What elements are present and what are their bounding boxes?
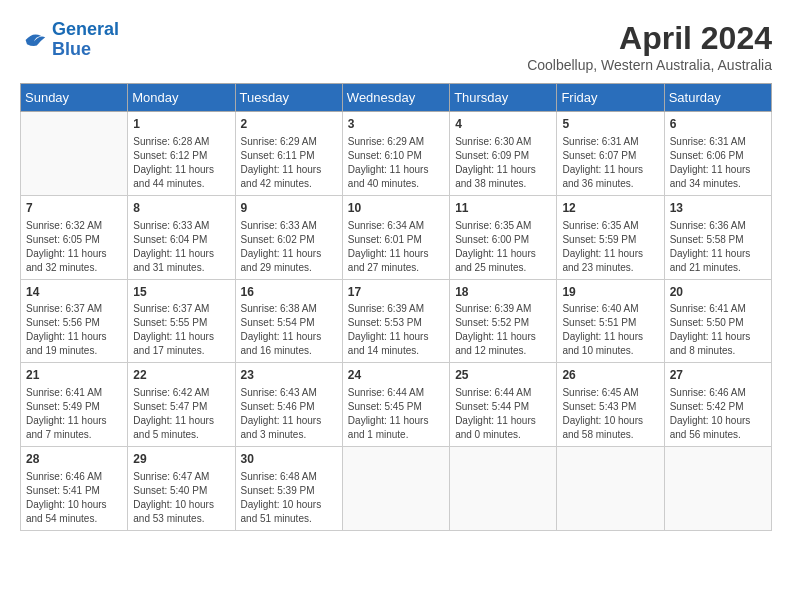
day-info: Sunrise: 6:30 AM Sunset: 6:09 PM Dayligh…: [455, 135, 551, 191]
calendar-cell: 22Sunrise: 6:42 AM Sunset: 5:47 PM Dayli…: [128, 363, 235, 447]
weekday-header: Friday: [557, 84, 664, 112]
calendar-week-row: 14Sunrise: 6:37 AM Sunset: 5:56 PM Dayli…: [21, 279, 772, 363]
weekday-header: Monday: [128, 84, 235, 112]
day-number: 16: [241, 284, 337, 301]
day-number: 1: [133, 116, 229, 133]
day-info: Sunrise: 6:39 AM Sunset: 5:53 PM Dayligh…: [348, 302, 444, 358]
day-number: 6: [670, 116, 766, 133]
page-subtitle: Coolbellup, Western Australia, Australia: [527, 57, 772, 73]
weekday-header: Thursday: [450, 84, 557, 112]
calendar-cell: 15Sunrise: 6:37 AM Sunset: 5:55 PM Dayli…: [128, 279, 235, 363]
day-info: Sunrise: 6:31 AM Sunset: 6:06 PM Dayligh…: [670, 135, 766, 191]
calendar-cell: 17Sunrise: 6:39 AM Sunset: 5:53 PM Dayli…: [342, 279, 449, 363]
calendar-cell: 4Sunrise: 6:30 AM Sunset: 6:09 PM Daylig…: [450, 112, 557, 196]
calendar-cell: 3Sunrise: 6:29 AM Sunset: 6:10 PM Daylig…: [342, 112, 449, 196]
calendar-cell: 25Sunrise: 6:44 AM Sunset: 5:44 PM Dayli…: [450, 363, 557, 447]
day-info: Sunrise: 6:45 AM Sunset: 5:43 PM Dayligh…: [562, 386, 658, 442]
day-info: Sunrise: 6:36 AM Sunset: 5:58 PM Dayligh…: [670, 219, 766, 275]
calendar-week-row: 28Sunrise: 6:46 AM Sunset: 5:41 PM Dayli…: [21, 447, 772, 531]
calendar-cell: 27Sunrise: 6:46 AM Sunset: 5:42 PM Dayli…: [664, 363, 771, 447]
calendar-cell: 30Sunrise: 6:48 AM Sunset: 5:39 PM Dayli…: [235, 447, 342, 531]
weekday-header: Saturday: [664, 84, 771, 112]
day-info: Sunrise: 6:41 AM Sunset: 5:49 PM Dayligh…: [26, 386, 122, 442]
day-info: Sunrise: 6:44 AM Sunset: 5:45 PM Dayligh…: [348, 386, 444, 442]
calendar-cell: 10Sunrise: 6:34 AM Sunset: 6:01 PM Dayli…: [342, 195, 449, 279]
day-number: 18: [455, 284, 551, 301]
day-info: Sunrise: 6:37 AM Sunset: 5:56 PM Dayligh…: [26, 302, 122, 358]
day-info: Sunrise: 6:29 AM Sunset: 6:10 PM Dayligh…: [348, 135, 444, 191]
calendar-cell: 12Sunrise: 6:35 AM Sunset: 5:59 PM Dayli…: [557, 195, 664, 279]
day-info: Sunrise: 6:41 AM Sunset: 5:50 PM Dayligh…: [670, 302, 766, 358]
logo: General Blue: [20, 20, 119, 60]
calendar-cell: 13Sunrise: 6:36 AM Sunset: 5:58 PM Dayli…: [664, 195, 771, 279]
day-info: Sunrise: 6:46 AM Sunset: 5:41 PM Dayligh…: [26, 470, 122, 526]
calendar-table: SundayMondayTuesdayWednesdayThursdayFrid…: [20, 83, 772, 531]
day-number: 25: [455, 367, 551, 384]
day-number: 8: [133, 200, 229, 217]
page-title: April 2024: [527, 20, 772, 57]
calendar-cell: 28Sunrise: 6:46 AM Sunset: 5:41 PM Dayli…: [21, 447, 128, 531]
title-block: April 2024 Coolbellup, Western Australia…: [527, 20, 772, 73]
calendar-cell: 26Sunrise: 6:45 AM Sunset: 5:43 PM Dayli…: [557, 363, 664, 447]
day-info: Sunrise: 6:47 AM Sunset: 5:40 PM Dayligh…: [133, 470, 229, 526]
day-info: Sunrise: 6:44 AM Sunset: 5:44 PM Dayligh…: [455, 386, 551, 442]
day-number: 7: [26, 200, 122, 217]
calendar-cell: 2Sunrise: 6:29 AM Sunset: 6:11 PM Daylig…: [235, 112, 342, 196]
calendar-cell: 5Sunrise: 6:31 AM Sunset: 6:07 PM Daylig…: [557, 112, 664, 196]
day-info: Sunrise: 6:39 AM Sunset: 5:52 PM Dayligh…: [455, 302, 551, 358]
day-info: Sunrise: 6:37 AM Sunset: 5:55 PM Dayligh…: [133, 302, 229, 358]
calendar-cell: 29Sunrise: 6:47 AM Sunset: 5:40 PM Dayli…: [128, 447, 235, 531]
calendar-cell: [664, 447, 771, 531]
day-info: Sunrise: 6:35 AM Sunset: 6:00 PM Dayligh…: [455, 219, 551, 275]
calendar-cell: [21, 112, 128, 196]
calendar-cell: 16Sunrise: 6:38 AM Sunset: 5:54 PM Dayli…: [235, 279, 342, 363]
day-info: Sunrise: 6:34 AM Sunset: 6:01 PM Dayligh…: [348, 219, 444, 275]
day-number: 22: [133, 367, 229, 384]
day-number: 14: [26, 284, 122, 301]
day-info: Sunrise: 6:38 AM Sunset: 5:54 PM Dayligh…: [241, 302, 337, 358]
day-info: Sunrise: 6:42 AM Sunset: 5:47 PM Dayligh…: [133, 386, 229, 442]
day-number: 21: [26, 367, 122, 384]
day-number: 27: [670, 367, 766, 384]
calendar-cell: 18Sunrise: 6:39 AM Sunset: 5:52 PM Dayli…: [450, 279, 557, 363]
page-header: General Blue April 2024 Coolbellup, West…: [20, 20, 772, 73]
day-info: Sunrise: 6:31 AM Sunset: 6:07 PM Dayligh…: [562, 135, 658, 191]
calendar-week-row: 7Sunrise: 6:32 AM Sunset: 6:05 PM Daylig…: [21, 195, 772, 279]
day-info: Sunrise: 6:40 AM Sunset: 5:51 PM Dayligh…: [562, 302, 658, 358]
day-number: 28: [26, 451, 122, 468]
day-number: 13: [670, 200, 766, 217]
calendar-cell: 9Sunrise: 6:33 AM Sunset: 6:02 PM Daylig…: [235, 195, 342, 279]
day-number: 2: [241, 116, 337, 133]
day-number: 24: [348, 367, 444, 384]
day-info: Sunrise: 6:33 AM Sunset: 6:04 PM Dayligh…: [133, 219, 229, 275]
calendar-header-row: SundayMondayTuesdayWednesdayThursdayFrid…: [21, 84, 772, 112]
day-number: 3: [348, 116, 444, 133]
calendar-cell: 11Sunrise: 6:35 AM Sunset: 6:00 PM Dayli…: [450, 195, 557, 279]
day-number: 10: [348, 200, 444, 217]
weekday-header: Tuesday: [235, 84, 342, 112]
day-number: 9: [241, 200, 337, 217]
day-number: 11: [455, 200, 551, 217]
calendar-cell: 7Sunrise: 6:32 AM Sunset: 6:05 PM Daylig…: [21, 195, 128, 279]
calendar-cell: 20Sunrise: 6:41 AM Sunset: 5:50 PM Dayli…: [664, 279, 771, 363]
calendar-cell: 1Sunrise: 6:28 AM Sunset: 6:12 PM Daylig…: [128, 112, 235, 196]
calendar-cell: 21Sunrise: 6:41 AM Sunset: 5:49 PM Dayli…: [21, 363, 128, 447]
calendar-week-row: 1Sunrise: 6:28 AM Sunset: 6:12 PM Daylig…: [21, 112, 772, 196]
calendar-cell: 14Sunrise: 6:37 AM Sunset: 5:56 PM Dayli…: [21, 279, 128, 363]
day-number: 29: [133, 451, 229, 468]
day-number: 4: [455, 116, 551, 133]
day-number: 19: [562, 284, 658, 301]
calendar-cell: 8Sunrise: 6:33 AM Sunset: 6:04 PM Daylig…: [128, 195, 235, 279]
logo-text: General Blue: [52, 20, 119, 60]
day-info: Sunrise: 6:43 AM Sunset: 5:46 PM Dayligh…: [241, 386, 337, 442]
day-info: Sunrise: 6:48 AM Sunset: 5:39 PM Dayligh…: [241, 470, 337, 526]
weekday-header: Wednesday: [342, 84, 449, 112]
day-number: 23: [241, 367, 337, 384]
day-number: 12: [562, 200, 658, 217]
calendar-cell: [557, 447, 664, 531]
day-number: 17: [348, 284, 444, 301]
day-number: 30: [241, 451, 337, 468]
logo-icon: [20, 26, 48, 54]
day-number: 5: [562, 116, 658, 133]
calendar-cell: 23Sunrise: 6:43 AM Sunset: 5:46 PM Dayli…: [235, 363, 342, 447]
